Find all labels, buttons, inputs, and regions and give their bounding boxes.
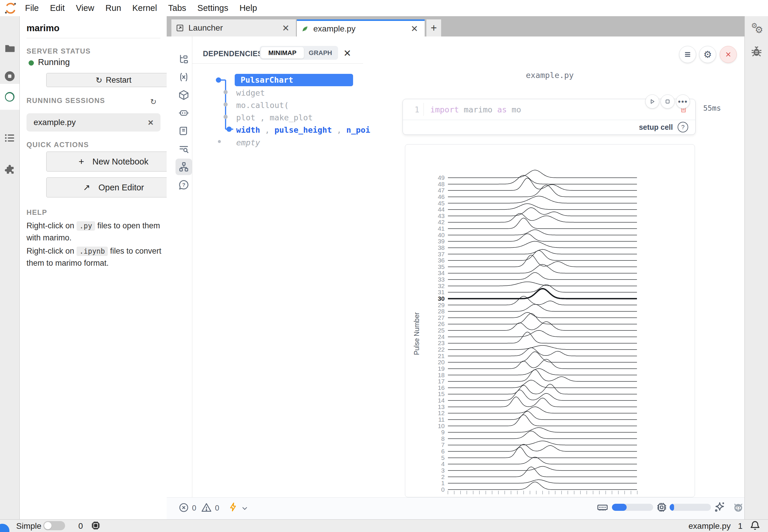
y-tick-label: 3 bbox=[441, 467, 445, 474]
tree-connector bbox=[215, 71, 250, 147]
pulse-line-36 bbox=[448, 250, 637, 260]
tool-dependencies-icon[interactable] bbox=[175, 159, 192, 175]
stop-cell-button[interactable] bbox=[661, 94, 675, 109]
server-status-heading: SERVER STATUS bbox=[26, 47, 91, 55]
scratchpad-search-icon bbox=[178, 143, 189, 154]
refresh-sessions-icon[interactable]: ↻ bbox=[150, 97, 157, 106]
y-tick-label: 12 bbox=[438, 410, 445, 416]
setup-help-icon[interactable]: ? bbox=[678, 122, 688, 132]
ai-sparkle-icon[interactable] bbox=[713, 501, 726, 515]
pulse-line-11 bbox=[448, 411, 637, 420]
tab-launcher[interactable]: Launcher ✕ bbox=[171, 19, 296, 36]
cell-runtime: 55ms bbox=[703, 104, 721, 112]
menu-kernel[interactable]: Kernel bbox=[132, 3, 157, 13]
y-tick-label: 34 bbox=[438, 270, 445, 276]
session-item[interactable]: example.py × bbox=[26, 113, 160, 132]
divider bbox=[192, 63, 363, 64]
y-tick-label: 36 bbox=[438, 257, 445, 264]
launcher-icon bbox=[175, 24, 184, 32]
new-tab-button[interactable]: + bbox=[426, 19, 441, 36]
close-session-icon[interactable]: × bbox=[148, 117, 153, 128]
menu-tabs[interactable]: Tabs bbox=[168, 3, 186, 13]
running-kernels-icon bbox=[4, 70, 16, 82]
menu-settings[interactable]: Settings bbox=[197, 3, 228, 13]
tool-packages-icon[interactable] bbox=[175, 87, 192, 103]
system-metrics-icon[interactable] bbox=[90, 520, 101, 532]
activity-marimo-logo-icon[interactable] bbox=[0, 84, 19, 110]
notebook-settings-button[interactable]: ⚙ bbox=[699, 46, 716, 63]
run-mode-lightning-icon[interactable] bbox=[228, 502, 239, 513]
pulse-line-19 bbox=[448, 359, 637, 369]
y-tick-label: 30 bbox=[438, 295, 445, 302]
menu-file[interactable]: File bbox=[25, 3, 39, 13]
pulse-line-1 bbox=[448, 480, 637, 483]
cell-more-button[interactable]: ••• bbox=[676, 94, 690, 109]
status-bar: Simple 0 example.py 1 bbox=[0, 519, 768, 532]
code-token-keyword: as bbox=[497, 105, 507, 114]
y-tick-label: 45 bbox=[438, 200, 445, 207]
y-tick-label: 39 bbox=[438, 238, 445, 245]
debugger-icon[interactable] bbox=[745, 40, 768, 63]
pulse-line-48 bbox=[448, 175, 637, 184]
code-token-keyword: import bbox=[430, 105, 459, 114]
pulse-line-15 bbox=[448, 384, 637, 394]
bell-icon[interactable] bbox=[749, 520, 761, 532]
toggle-minimap[interactable]: MINIMAP bbox=[261, 47, 304, 59]
tool-ai-assistant-icon[interactable] bbox=[175, 105, 192, 121]
tab-example-py[interactable]: example.py ✕ bbox=[297, 19, 425, 36]
quick-actions-heading: QUICK ACTIONS bbox=[26, 141, 89, 149]
menu-help[interactable]: Help bbox=[240, 3, 257, 13]
code-token-plain: marimo bbox=[459, 105, 497, 114]
errors-icon[interactable] bbox=[178, 502, 189, 514]
view-toggle: MINIMAP GRAPH bbox=[260, 46, 338, 60]
menu-run[interactable]: Run bbox=[105, 3, 121, 13]
close-panel-icon[interactable]: ✕ bbox=[343, 48, 351, 59]
y-tick-label: 28 bbox=[438, 308, 445, 315]
activity-folder-icon[interactable] bbox=[0, 36, 19, 61]
kernel-busy-count: 0 bbox=[78, 521, 83, 531]
pulse-line-18 bbox=[448, 369, 637, 375]
marimo-leaf-icon bbox=[301, 25, 309, 33]
tree-node-selected[interactable]: PulsarChart bbox=[235, 74, 353, 86]
property-inspector-icon[interactable]: ⚙⚙ bbox=[745, 16, 768, 40]
menu-edit[interactable]: Edit bbox=[50, 3, 65, 13]
toggle-graph[interactable]: GRAPH bbox=[304, 49, 337, 57]
close-x-icon bbox=[724, 51, 732, 58]
example-py-workspace: ? DEPENDENCIES MINIMAP GRAPH ✕ PulsarCha… bbox=[167, 36, 744, 497]
help-icon: ? bbox=[178, 179, 189, 190]
open-editor-button[interactable]: ↗ Open Editor bbox=[46, 177, 181, 197]
y-tick-label: 31 bbox=[438, 289, 445, 295]
tool-file-tree-icon[interactable] bbox=[175, 51, 192, 67]
activity-extensions-icon[interactable] bbox=[0, 157, 19, 183]
notebook-menu-button[interactable] bbox=[679, 46, 696, 63]
tool-scratchpad-search-icon[interactable] bbox=[175, 141, 192, 157]
chevron-down-icon[interactable] bbox=[241, 505, 249, 513]
memory-usage-icon bbox=[596, 502, 609, 515]
cpu-usage-fill bbox=[670, 504, 674, 511]
simple-mode-toggle[interactable] bbox=[43, 521, 65, 530]
tool-help-icon[interactable]: ? bbox=[175, 177, 192, 193]
cell-code[interactable]: import marimo as mo bbox=[430, 105, 521, 114]
restart-server-button[interactable]: ↻ Restart bbox=[46, 73, 181, 87]
pulse-line-35 bbox=[448, 255, 637, 267]
pulse-line-5 bbox=[448, 447, 637, 458]
feedback-face-icon[interactable] bbox=[732, 501, 744, 515]
help-heading: HELP bbox=[26, 208, 47, 217]
warning-count: 0 bbox=[215, 503, 219, 513]
y-tick-label: 35 bbox=[438, 263, 445, 270]
run-cell-button[interactable] bbox=[645, 94, 659, 109]
new-notebook-button[interactable]: + New Notebook bbox=[46, 152, 181, 172]
shutdown-kernel-button[interactable] bbox=[720, 46, 737, 63]
close-tab-icon[interactable]: ✕ bbox=[408, 24, 420, 34]
warnings-icon[interactable] bbox=[201, 502, 212, 514]
tree-node[interactable]: width , pulse_height , n_poi bbox=[236, 125, 370, 134]
y-tick-label: 5 bbox=[441, 454, 445, 461]
menu-view[interactable]: View bbox=[76, 3, 94, 13]
divider bbox=[26, 38, 160, 38]
tool-variables-icon[interactable] bbox=[175, 69, 192, 85]
close-tab-icon[interactable]: ✕ bbox=[280, 23, 292, 33]
tool-logs-icon[interactable] bbox=[175, 123, 192, 139]
y-tick-label: 19 bbox=[438, 365, 445, 372]
activity-table-of-contents-icon[interactable] bbox=[0, 125, 19, 151]
y-tick-label: 4 bbox=[441, 460, 445, 467]
